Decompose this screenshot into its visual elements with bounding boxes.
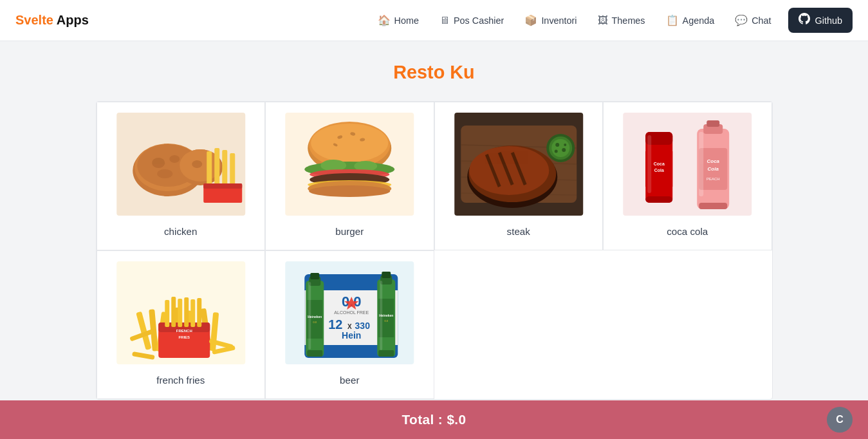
bottom-bar: Total : $.0 C	[0, 400, 868, 439]
product-card-chicken[interactable]: chicken	[97, 102, 266, 250]
product-card-beer[interactable]: 0.0 ALCOHOL FREE 12 X 330 Hein Heineken	[265, 250, 434, 399]
nav-item-chat[interactable]: 💬 Chat	[726, 9, 780, 32]
product-image-french-fries: FRENCH FRIES	[105, 261, 257, 364]
svg-text:Cola: Cola	[654, 168, 664, 173]
svg-text:Cola: Cola	[708, 166, 719, 172]
svg-rect-111	[382, 272, 391, 278]
product-image-beer: 0.0 ALCOHOL FREE 12 X 330 Hein Heineken	[273, 261, 426, 364]
svg-rect-116	[380, 281, 382, 350]
product-image-chicken	[105, 113, 257, 216]
product-name-burger: burger	[335, 226, 364, 237]
product-card-french-fries[interactable]: FRENCH FRIES french fries	[97, 250, 266, 399]
svg-text:Coca: Coca	[706, 158, 719, 164]
svg-rect-10	[207, 151, 212, 187]
github-label: Github	[815, 15, 842, 26]
svg-rect-86	[197, 298, 201, 327]
product-image-coca-cola: Coca Cola Coca Cola PEACH	[611, 113, 764, 216]
user-avatar[interactable]: C	[827, 407, 853, 433]
product-card-burger[interactable]: burger	[265, 102, 434, 250]
svg-point-9	[192, 160, 202, 168]
svg-point-19	[311, 124, 388, 162]
product-name-chicken: chicken	[164, 226, 198, 237]
svg-rect-52	[623, 113, 752, 216]
nav-item-home[interactable]: 🏠 Home	[369, 9, 428, 32]
chat-icon: 💬	[735, 14, 748, 26]
product-card-steak[interactable]: steak	[434, 102, 604, 250]
svg-rect-108	[308, 282, 311, 350]
product-name-coca-cola: coca cola	[667, 226, 708, 237]
svg-rect-67	[699, 132, 703, 196]
svg-text:FRIES: FRIES	[178, 335, 190, 339]
svg-text:ALCOHOL FREE: ALCOHOL FREE	[334, 310, 369, 315]
svg-text:330: 330	[355, 321, 371, 331]
svg-text:Hein: Hein	[342, 330, 361, 341]
svg-point-41	[469, 146, 549, 195]
nav-links: 🏠 Home 🖥 Pos Cashier 📦 Inventori 🖼 Theme…	[369, 8, 853, 33]
svg-rect-12	[222, 150, 227, 187]
product-grid: chicken	[96, 101, 773, 400]
svg-point-48	[555, 143, 559, 147]
navbar: Svelte Apps 🏠 Home 🖥 Pos Cashier 📦 Inven…	[0, 0, 868, 41]
home-icon: 🏠	[378, 14, 391, 26]
product-name-beer: beer	[340, 375, 359, 386]
brand-apps: Apps	[53, 13, 89, 27]
pos-cashier-icon: 🖥	[439, 15, 450, 26]
product-name-steak: steak	[507, 226, 530, 237]
product-name-french-fries: french fries	[156, 375, 205, 386]
svg-text:0.0: 0.0	[313, 321, 317, 324]
svg-rect-115	[378, 350, 394, 357]
nav-label-chat: Chat	[752, 15, 771, 26]
page-title: Resto Ku	[96, 62, 773, 83]
svg-rect-68	[699, 203, 727, 209]
svg-point-47	[551, 139, 569, 157]
nav-item-agenda[interactable]: 📋 Agenda	[657, 9, 724, 32]
nav-label-home: Home	[394, 15, 419, 26]
svg-rect-11	[214, 148, 219, 187]
svg-text:FRENCH: FRENCH	[176, 329, 192, 333]
svg-rect-83	[178, 299, 182, 327]
svg-point-5	[169, 155, 180, 163]
brand-svelte: Svelte	[15, 13, 53, 27]
svg-text:12: 12	[328, 317, 342, 332]
nav-label-inventori: Inventori	[541, 15, 577, 26]
themes-icon: 🖼	[598, 15, 608, 26]
svg-point-50	[554, 150, 557, 153]
product-image-steak	[443, 113, 595, 216]
github-button[interactable]: Github	[788, 8, 853, 33]
inventori-icon: 📦	[524, 14, 537, 26]
svg-rect-81	[165, 300, 169, 327]
svg-rect-59	[647, 135, 651, 193]
nav-item-inventori[interactable]: 📦 Inventori	[515, 9, 586, 32]
main-content: Resto Ku	[80, 41, 788, 439]
agenda-icon: 📋	[666, 14, 679, 26]
nav-label-agenda: Agenda	[683, 15, 715, 26]
nav-item-themes[interactable]: 🖼 Themes	[589, 10, 654, 32]
svg-point-6	[157, 169, 172, 178]
svg-rect-103	[310, 273, 319, 279]
svg-point-31	[309, 185, 390, 197]
svg-rect-15	[203, 183, 242, 189]
svg-point-4	[152, 158, 165, 168]
svg-rect-62	[706, 120, 719, 127]
product-image-burger	[273, 113, 426, 216]
svg-rect-55	[645, 196, 672, 203]
total-display: Total : $.0	[402, 412, 466, 427]
svg-point-51	[564, 144, 566, 146]
product-card-coca-cola[interactable]: Coca Cola Coca Cola PEACH	[603, 102, 772, 250]
brand-logo[interactable]: Svelte Apps	[15, 13, 89, 28]
svg-rect-82	[171, 297, 176, 327]
github-icon	[799, 13, 810, 28]
nav-item-pos-cashier[interactable]: 🖥 Pos Cashier	[430, 10, 513, 32]
nav-label-themes: Themes	[612, 15, 645, 26]
svg-rect-107	[307, 350, 322, 357]
svg-point-49	[562, 148, 566, 152]
svg-text:0.0: 0.0	[384, 319, 388, 322]
svg-text:Coca: Coca	[654, 162, 665, 166]
svg-text:X: X	[347, 323, 352, 330]
svg-rect-84	[184, 297, 189, 327]
svg-rect-13	[230, 153, 235, 187]
svg-rect-85	[190, 299, 195, 327]
svg-text:PEACH: PEACH	[706, 177, 720, 181]
nav-label-pos-cashier: Pos Cashier	[454, 15, 504, 26]
